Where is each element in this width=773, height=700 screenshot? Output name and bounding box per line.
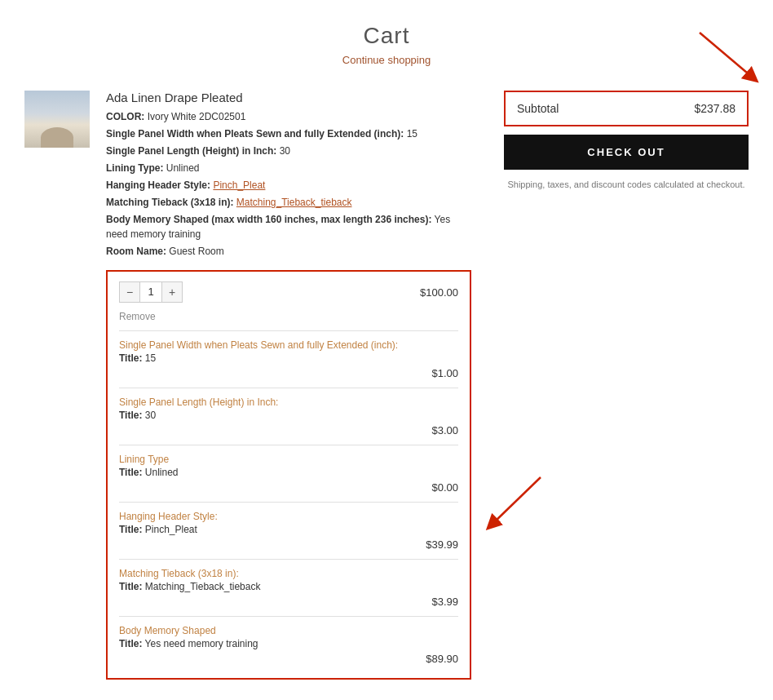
attr-label-4: Matching Tieback (3x18 in): <box>106 197 234 208</box>
line-item-price-row-2: $0.00 <box>119 481 458 494</box>
line-item-2: Lining Type Title: Unlined $0.00 <box>119 454 458 494</box>
attr-value-1: 30 <box>280 145 290 157</box>
divider-2 <box>119 445 458 445</box>
product-attr-4: Matching Tieback (3x18 in): Matching_Tie… <box>106 195 471 210</box>
page-wrapper: Cart Continue shopping Ada Linen Drape P… <box>0 0 773 700</box>
line-item-price-row-1: $3.00 <box>119 424 458 436</box>
main-price: $100.00 <box>420 286 458 299</box>
qty-control[interactable]: − 1 + <box>119 281 183 303</box>
line-item-3: Hanging Header Style: Title: Pinch_Pleat… <box>119 511 458 551</box>
product-attr-3: Hanging Header Style: Pinch_Pleat <box>106 178 471 193</box>
subtotal-box: Subtotal $237.88 <box>504 91 749 126</box>
qty-display: 1 <box>139 282 162 302</box>
product-details: Ada Linen Drape Pleated COLOR: Ivory Whi… <box>106 91 471 680</box>
line-item-price-row-0: $1.00 <box>119 367 458 379</box>
attr-label-0: Single Panel Width when Pleats Sewn and … <box>106 128 404 140</box>
shipping-note: Shipping, taxes, and discount codes calc… <box>504 178 749 192</box>
divider-0 <box>119 330 458 331</box>
line-item-1: Single Panel Length (Height) in Inch: Ti… <box>119 397 458 436</box>
product-attr-2: Lining Type: Unlined <box>106 161 471 175</box>
line-item-4: Matching Tieback (3x18 in): Title: Match… <box>119 568 458 608</box>
attr-label-2: Lining Type: <box>106 162 163 174</box>
divider-1 <box>119 388 458 388</box>
line-item-price-1: $3.00 <box>431 424 458 436</box>
line-item-label-3: Hanging Header Style: <box>119 511 458 522</box>
product-attr-1: Single Panel Length (Height) in Inch: 30 <box>106 144 471 158</box>
divider-4 <box>119 559 458 560</box>
line-item-5: Body Memory Shaped Title: Yes need memor… <box>119 625 458 665</box>
divider-5 <box>119 616 458 617</box>
line-item-price-3: $39.99 <box>426 538 458 551</box>
attr-label-1: Single Panel Length (Height) in Inch: <box>106 145 276 157</box>
product-attr-0: Single Panel Width when Pleats Sewn and … <box>106 126 471 141</box>
line-item-title-4: Title: Matching_Tieback_tieback <box>119 581 458 592</box>
cart-section: Ada Linen Drape Pleated COLOR: Ivory Whi… <box>24 91 471 680</box>
line-item-label-5: Body Memory Shaped <box>119 625 458 636</box>
subtotal-value: $237.88 <box>694 102 735 115</box>
page-title: Cart <box>0 0 773 49</box>
continue-shopping-link[interactable]: Continue shopping <box>0 54 773 66</box>
line-items-box: − 1 + $100.00 Remove Single Panel Width … <box>106 270 471 680</box>
line-item-label-1: Single Panel Length (Height) in Inch: <box>119 397 458 408</box>
line-item-label-0: Single Panel Width when Pleats Sewn and … <box>119 339 458 351</box>
color-label: COLOR: <box>106 111 144 122</box>
product-attr-6: Room Name: Guest Room <box>106 244 471 259</box>
main-item-row: − 1 + $100.00 <box>119 281 458 303</box>
qty-decrease-button[interactable]: − <box>120 282 139 302</box>
line-item-price-0: $1.00 <box>431 367 458 379</box>
color-value: Ivory White 2DC02501 <box>148 111 246 122</box>
product-attr-5: Body Memory Shaped (max width 160 inches… <box>106 212 471 241</box>
subtotal-label: Subtotal <box>517 102 559 115</box>
line-item-title-0: Title: 15 <box>119 352 458 364</box>
line-item-price-5: $89.90 <box>426 653 458 665</box>
product-name: Ada Linen Drape Pleated <box>106 91 471 104</box>
attr-value-0: 15 <box>407 128 417 140</box>
line-item-title-2: Title: Unlined <box>119 467 458 478</box>
attr-label-6: Room Name: <box>106 246 166 257</box>
continue-shopping-anchor[interactable]: Continue shopping <box>342 54 431 66</box>
line-item-price-row-3: $39.99 <box>119 538 458 551</box>
line-item-0: Single Panel Width when Pleats Sewn and … <box>119 339 458 379</box>
attr-value-2: Unlined <box>166 162 200 174</box>
qty-increase-button[interactable]: + <box>162 282 182 302</box>
line-item-price-4: $3.99 <box>431 596 458 608</box>
line-item-price-row-5: $89.90 <box>119 653 458 665</box>
sidebar: Subtotal $237.88 CHECK OUT Shipping, tax… <box>504 91 749 192</box>
line-item-price-2: $0.00 <box>431 481 458 494</box>
line-item-title-5: Title: Yes need memory training <box>119 638 458 649</box>
divider-3 <box>119 502 458 503</box>
line-item-title-3: Title: Pinch_Pleat <box>119 524 458 535</box>
product-color: COLOR: Ivory White 2DC02501 <box>106 109 471 124</box>
product-image <box>24 91 90 148</box>
main-layout: Ada Linen Drape Pleated COLOR: Ivory Whi… <box>0 91 773 700</box>
attr-label-5: Body Memory Shaped (max width 160 inches… <box>106 214 431 225</box>
line-item-label-4: Matching Tieback (3x18 in): <box>119 568 458 579</box>
checkout-button[interactable]: CHECK OUT <box>504 135 749 170</box>
line-item-price-row-4: $3.99 <box>119 596 458 608</box>
remove-link[interactable]: Remove <box>119 311 156 322</box>
line-item-title-1: Title: 30 <box>119 410 458 421</box>
line-item-label-2: Lining Type <box>119 454 458 465</box>
attr-value-6: Guest Room <box>169 246 223 257</box>
attr-value-3[interactable]: Pinch_Pleat <box>213 179 265 191</box>
attr-value-4[interactable]: Matching_Tieback_tieback <box>236 197 352 208</box>
attr-label-3: Hanging Header Style: <box>106 179 210 191</box>
product-thumbnail <box>24 91 90 148</box>
